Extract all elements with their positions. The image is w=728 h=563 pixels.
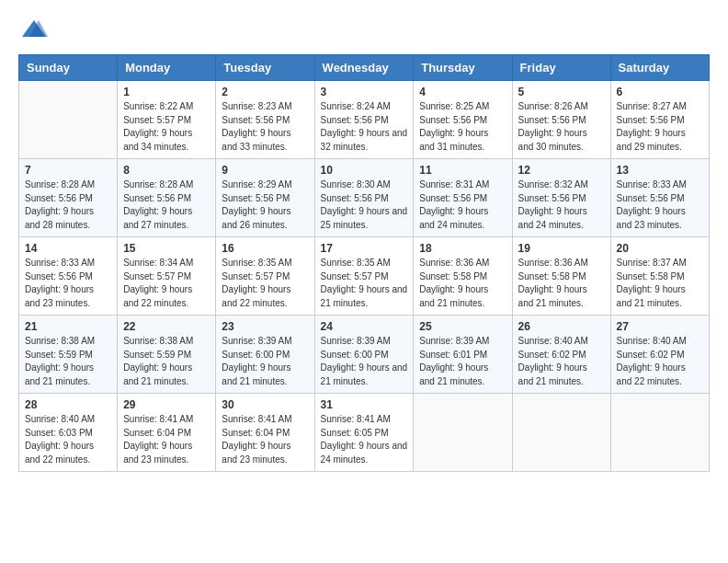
day-number: 30 bbox=[222, 398, 308, 411]
day-number: 8 bbox=[123, 164, 210, 177]
calendar-cell: 22Sunrise: 8:38 AMSunset: 5:59 PMDayligh… bbox=[118, 316, 216, 394]
day-info: Sunrise: 8:32 AMSunset: 5:56 PMDaylight:… bbox=[518, 178, 605, 232]
day-header-thursday: Thursday bbox=[414, 55, 512, 81]
day-header-tuesday: Tuesday bbox=[216, 55, 314, 81]
day-info: Sunrise: 8:29 AMSunset: 5:56 PMDaylight:… bbox=[222, 178, 308, 232]
day-info: Sunrise: 8:27 AMSunset: 5:56 PMDaylight:… bbox=[617, 100, 703, 154]
day-info: Sunrise: 8:28 AMSunset: 5:56 PMDaylight:… bbox=[123, 178, 210, 232]
calendar-cell: 28Sunrise: 8:40 AMSunset: 6:03 PMDayligh… bbox=[19, 394, 118, 472]
day-number: 15 bbox=[123, 242, 210, 255]
calendar-cell: 14Sunrise: 8:33 AMSunset: 5:56 PMDayligh… bbox=[19, 237, 118, 316]
day-info: Sunrise: 8:28 AMSunset: 5:56 PMDaylight:… bbox=[25, 178, 111, 232]
calendar-cell: 12Sunrise: 8:32 AMSunset: 5:56 PMDayligh… bbox=[512, 159, 610, 237]
calendar-cell: 31Sunrise: 8:41 AMSunset: 6:05 PMDayligh… bbox=[314, 394, 414, 472]
day-number: 6 bbox=[617, 86, 703, 98]
day-number: 25 bbox=[419, 320, 506, 333]
calendar-cell: 15Sunrise: 8:34 AMSunset: 5:57 PMDayligh… bbox=[118, 237, 216, 316]
day-number: 28 bbox=[25, 398, 111, 411]
day-info: Sunrise: 8:38 AMSunset: 5:59 PMDaylight:… bbox=[123, 335, 210, 388]
day-number: 16 bbox=[222, 242, 308, 255]
day-number: 23 bbox=[222, 320, 308, 333]
day-info: Sunrise: 8:22 AMSunset: 5:57 PMDaylight:… bbox=[123, 100, 210, 154]
calendar-cell: 6Sunrise: 8:27 AMSunset: 5:56 PMDaylight… bbox=[610, 81, 709, 159]
day-info: Sunrise: 8:25 AMSunset: 5:56 PMDaylight:… bbox=[419, 100, 506, 154]
calendar-cell: 24Sunrise: 8:39 AMSunset: 6:00 PMDayligh… bbox=[314, 316, 414, 394]
calendar-week-row: 1Sunrise: 8:22 AMSunset: 5:57 PMDaylight… bbox=[19, 81, 710, 159]
day-number: 19 bbox=[518, 242, 605, 255]
day-info: Sunrise: 8:34 AMSunset: 5:57 PMDaylight:… bbox=[123, 257, 210, 310]
calendar-cell: 23Sunrise: 8:39 AMSunset: 6:00 PMDayligh… bbox=[216, 316, 314, 394]
day-info: Sunrise: 8:41 AMSunset: 6:04 PMDaylight:… bbox=[222, 413, 308, 466]
day-info: Sunrise: 8:33 AMSunset: 5:56 PMDaylight:… bbox=[25, 257, 111, 310]
day-info: Sunrise: 8:36 AMSunset: 5:58 PMDaylight:… bbox=[518, 257, 605, 310]
calendar-cell: 21Sunrise: 8:38 AMSunset: 5:59 PMDayligh… bbox=[19, 316, 118, 394]
calendar-cell: 1Sunrise: 8:22 AMSunset: 5:57 PMDaylight… bbox=[118, 81, 216, 159]
day-number: 7 bbox=[25, 164, 111, 177]
day-number: 10 bbox=[321, 164, 408, 177]
header bbox=[18, 18, 710, 45]
day-info: Sunrise: 8:41 AMSunset: 6:05 PMDaylight:… bbox=[321, 413, 408, 466]
day-number: 27 bbox=[617, 320, 703, 333]
calendar-cell: 26Sunrise: 8:40 AMSunset: 6:02 PMDayligh… bbox=[512, 316, 610, 394]
calendar-cell: 20Sunrise: 8:37 AMSunset: 5:58 PMDayligh… bbox=[610, 237, 709, 316]
calendar: SundayMondayTuesdayWednesdayThursdayFrid… bbox=[18, 54, 710, 472]
day-info: Sunrise: 8:35 AMSunset: 5:57 PMDaylight:… bbox=[222, 257, 308, 310]
day-number: 20 bbox=[617, 242, 703, 255]
calendar-week-row: 7Sunrise: 8:28 AMSunset: 5:56 PMDaylight… bbox=[19, 159, 710, 237]
day-number: 11 bbox=[419, 164, 506, 177]
calendar-cell: 19Sunrise: 8:36 AMSunset: 5:58 PMDayligh… bbox=[512, 237, 610, 316]
calendar-cell: 16Sunrise: 8:35 AMSunset: 5:57 PMDayligh… bbox=[216, 237, 314, 316]
day-number: 26 bbox=[518, 320, 605, 333]
calendar-cell: 8Sunrise: 8:28 AMSunset: 5:56 PMDaylight… bbox=[118, 159, 216, 237]
calendar-cell: 30Sunrise: 8:41 AMSunset: 6:04 PMDayligh… bbox=[216, 394, 314, 472]
day-info: Sunrise: 8:38 AMSunset: 5:59 PMDaylight:… bbox=[25, 335, 111, 388]
calendar-cell: 27Sunrise: 8:40 AMSunset: 6:02 PMDayligh… bbox=[610, 316, 709, 394]
calendar-cell: 9Sunrise: 8:29 AMSunset: 5:56 PMDaylight… bbox=[216, 159, 314, 237]
day-number: 31 bbox=[321, 398, 408, 411]
calendar-cell: 18Sunrise: 8:36 AMSunset: 5:58 PMDayligh… bbox=[414, 237, 512, 316]
day-number: 3 bbox=[321, 86, 408, 98]
calendar-cell: 13Sunrise: 8:33 AMSunset: 5:56 PMDayligh… bbox=[610, 159, 709, 237]
day-info: Sunrise: 8:31 AMSunset: 5:56 PMDaylight:… bbox=[419, 178, 506, 232]
calendar-cell: 17Sunrise: 8:35 AMSunset: 5:57 PMDayligh… bbox=[314, 237, 414, 316]
calendar-cell: 3Sunrise: 8:24 AMSunset: 5:56 PMDaylight… bbox=[314, 81, 414, 159]
day-number: 18 bbox=[419, 242, 506, 255]
calendar-week-row: 14Sunrise: 8:33 AMSunset: 5:56 PMDayligh… bbox=[19, 237, 710, 316]
calendar-cell: 11Sunrise: 8:31 AMSunset: 5:56 PMDayligh… bbox=[414, 159, 512, 237]
calendar-cell bbox=[414, 394, 512, 472]
calendar-cell: 10Sunrise: 8:30 AMSunset: 5:56 PMDayligh… bbox=[314, 159, 414, 237]
day-number: 2 bbox=[222, 86, 308, 98]
day-number: 9 bbox=[222, 164, 308, 177]
logo-icon bbox=[20, 18, 48, 40]
calendar-cell: 5Sunrise: 8:26 AMSunset: 5:56 PMDaylight… bbox=[512, 81, 610, 159]
day-info: Sunrise: 8:23 AMSunset: 5:56 PMDaylight:… bbox=[222, 100, 308, 154]
day-info: Sunrise: 8:39 AMSunset: 6:00 PMDaylight:… bbox=[222, 335, 308, 388]
calendar-cell: 2Sunrise: 8:23 AMSunset: 5:56 PMDaylight… bbox=[216, 81, 314, 159]
day-number: 13 bbox=[617, 164, 703, 177]
calendar-header-row: SundayMondayTuesdayWednesdayThursdayFrid… bbox=[19, 55, 710, 81]
day-header-saturday: Saturday bbox=[610, 55, 709, 81]
calendar-cell bbox=[610, 394, 709, 472]
logo bbox=[18, 18, 48, 45]
day-number: 22 bbox=[123, 320, 210, 333]
day-info: Sunrise: 8:40 AMSunset: 6:02 PMDaylight:… bbox=[617, 335, 703, 388]
day-number: 4 bbox=[419, 86, 506, 98]
day-number: 29 bbox=[123, 398, 210, 411]
day-number: 21 bbox=[25, 320, 111, 333]
day-header-wednesday: Wednesday bbox=[314, 55, 414, 81]
calendar-cell bbox=[512, 394, 610, 472]
day-header-friday: Friday bbox=[512, 55, 610, 81]
day-number: 14 bbox=[25, 242, 111, 255]
day-header-monday: Monday bbox=[118, 55, 216, 81]
calendar-cell: 7Sunrise: 8:28 AMSunset: 5:56 PMDaylight… bbox=[19, 159, 118, 237]
day-number: 24 bbox=[321, 320, 408, 333]
day-info: Sunrise: 8:24 AMSunset: 5:56 PMDaylight:… bbox=[321, 100, 408, 154]
day-info: Sunrise: 8:33 AMSunset: 5:56 PMDaylight:… bbox=[617, 178, 703, 232]
calendar-cell: 25Sunrise: 8:39 AMSunset: 6:01 PMDayligh… bbox=[414, 316, 512, 394]
calendar-cell: 4Sunrise: 8:25 AMSunset: 5:56 PMDaylight… bbox=[414, 81, 512, 159]
day-info: Sunrise: 8:36 AMSunset: 5:58 PMDaylight:… bbox=[419, 257, 506, 310]
day-header-sunday: Sunday bbox=[19, 55, 118, 81]
day-number: 1 bbox=[123, 86, 210, 98]
day-info: Sunrise: 8:40 AMSunset: 6:02 PMDaylight:… bbox=[518, 335, 605, 388]
day-info: Sunrise: 8:26 AMSunset: 5:56 PMDaylight:… bbox=[518, 100, 605, 154]
